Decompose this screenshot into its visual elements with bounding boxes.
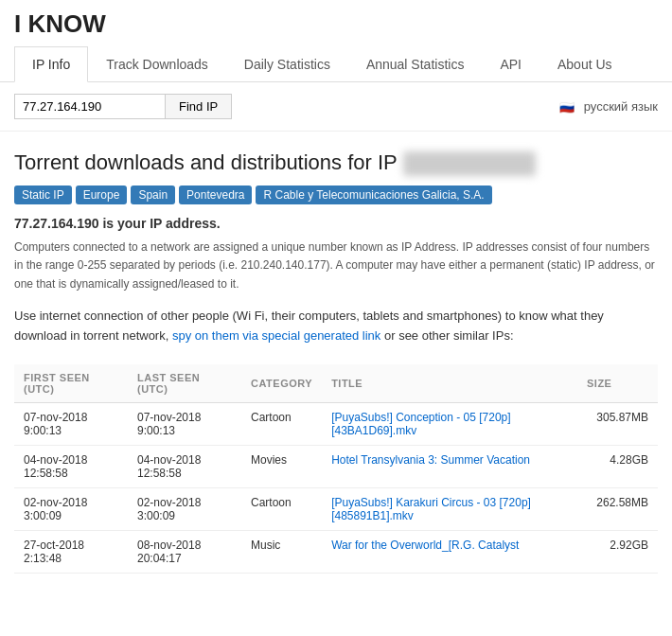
col-title: TITLE xyxy=(322,364,577,403)
col-first-seen: FIRST SEEN (UTC) xyxy=(14,364,128,403)
cell-category: Movies xyxy=(241,446,322,488)
find-ip-button[interactable]: Find IP xyxy=(166,94,232,119)
cell-category: Cartoon xyxy=(241,403,322,446)
table-row: 27-oct-20182:13:48 08-nov-201820:04:17 M… xyxy=(14,531,658,574)
tags-container: Static IP Europe Spain Pontevedra R Cabl… xyxy=(14,186,658,204)
tab-track-downloads[interactable]: Track Downloads xyxy=(88,46,226,82)
col-last-seen: LAST SEEN (UTC) xyxy=(128,364,241,403)
cell-size: 262.58MB xyxy=(577,488,658,531)
cell-last-seen: 08-nov-201820:04:17 xyxy=(128,531,241,574)
title-link[interactable]: [PuyaSubs!] Conception - 05 [720p][43BA1… xyxy=(331,411,510,437)
nav-tabs: IP Info Track Downloads Daily Statistics… xyxy=(14,46,658,81)
site-header: I KNOW IP Info Track Downloads Daily Sta… xyxy=(0,0,672,82)
search-bar: Find IP 🇷🇺 русский язык xyxy=(0,82,672,132)
table-row: 04-nov-201812:58:58 04-nov-201812:58:58 … xyxy=(14,446,658,488)
ip-address-line: 77.27.164.190 is your IP address. xyxy=(14,216,658,231)
description-text: Computers connected to a network are ass… xyxy=(14,238,658,293)
spy-link[interactable]: spy on them via special generated link xyxy=(172,328,380,343)
flag-icon: 🇷🇺 xyxy=(559,100,578,114)
cell-title: [PuyaSubs!] Conception - 05 [720p][43BA1… xyxy=(322,403,577,446)
page-title-prefix: Torrent downloads and distributions for … xyxy=(14,150,397,174)
cell-size: 4.28GB xyxy=(577,446,658,488)
tag-static-ip: Static IP xyxy=(14,186,72,204)
table-body: 07-nov-20189:00:13 07-nov-20189:00:13 Ca… xyxy=(14,403,658,574)
table-header: FIRST SEEN (UTC) LAST SEEN (UTC) CATEGOR… xyxy=(14,364,658,403)
cell-title: Hotel Transylvania 3: Summer Vacation xyxy=(322,446,577,488)
cell-title: [PuyaSubs!] Karakuri Circus - 03 [720p][… xyxy=(322,488,577,531)
cell-size: 305.87MB xyxy=(577,403,658,446)
table-header-row: FIRST SEEN (UTC) LAST SEEN (UTC) CATEGOR… xyxy=(14,364,658,403)
cell-last-seen: 02-nov-20183:00:09 xyxy=(128,488,241,531)
col-size: SIZE xyxy=(577,364,658,403)
title-link[interactable]: [PuyaSubs!] Karakuri Circus - 03 [720p][… xyxy=(331,496,531,522)
cell-first-seen: 27-oct-20182:13:48 xyxy=(14,531,128,574)
search-input[interactable] xyxy=(14,94,166,119)
ip-blurred: 77.27.164.190 xyxy=(403,151,537,176)
cell-category: Music xyxy=(241,531,322,574)
tag-provider: R Cable y Telecomunicaciones Galicia, S.… xyxy=(256,186,491,204)
title-link[interactable]: War for the Overworld_[R.G. Catalyst xyxy=(331,539,519,552)
tab-ip-info[interactable]: IP Info xyxy=(14,46,88,82)
cell-size: 2.92GB xyxy=(577,531,658,574)
main-content: Torrent downloads and distributions for … xyxy=(0,132,672,592)
cell-last-seen: 07-nov-20189:00:13 xyxy=(128,403,241,446)
title-link[interactable]: Hotel Transylvania 3: Summer Vacation xyxy=(331,453,530,467)
downloads-table: FIRST SEEN (UTC) LAST SEEN (UTC) CATEGOR… xyxy=(14,364,658,574)
tag-pontevedra: Pontevedra xyxy=(179,186,252,204)
site-title: I KNOW xyxy=(14,9,658,39)
tag-spain: Spain xyxy=(131,186,175,204)
tab-daily-statistics[interactable]: Daily Statistics xyxy=(226,46,348,82)
tab-api[interactable]: API xyxy=(482,46,539,82)
ip-address-text: 77.27.164.190 is your IP address. xyxy=(14,216,221,231)
page-title: Torrent downloads and distributions for … xyxy=(14,150,658,176)
tab-annual-statistics[interactable]: Annual Statistics xyxy=(348,46,483,82)
cell-first-seen: 04-nov-201812:58:58 xyxy=(14,446,128,488)
tab-about-us[interactable]: About Us xyxy=(539,46,630,82)
usage-text-after: or see other similar IPs: xyxy=(384,328,514,343)
cell-category: Cartoon xyxy=(241,488,322,531)
language-label: русский язык xyxy=(584,99,658,114)
cell-first-seen: 02-nov-20183:00:09 xyxy=(14,488,128,531)
cell-last-seen: 04-nov-201812:58:58 xyxy=(128,446,241,488)
cell-title: War for the Overworld_[R.G. Catalyst xyxy=(322,531,577,574)
cell-first-seen: 07-nov-20189:00:13 xyxy=(14,403,128,446)
language-selector[interactable]: 🇷🇺 русский язык xyxy=(559,99,658,114)
col-category: CATEGORY xyxy=(241,364,322,403)
table-row: 07-nov-20189:00:13 07-nov-20189:00:13 Ca… xyxy=(14,403,658,446)
tag-europe: Europe xyxy=(76,186,128,204)
usage-text: Use internet connection of other people … xyxy=(14,307,658,346)
table-row: 02-nov-20183:00:09 02-nov-20183:00:09 Ca… xyxy=(14,488,658,531)
